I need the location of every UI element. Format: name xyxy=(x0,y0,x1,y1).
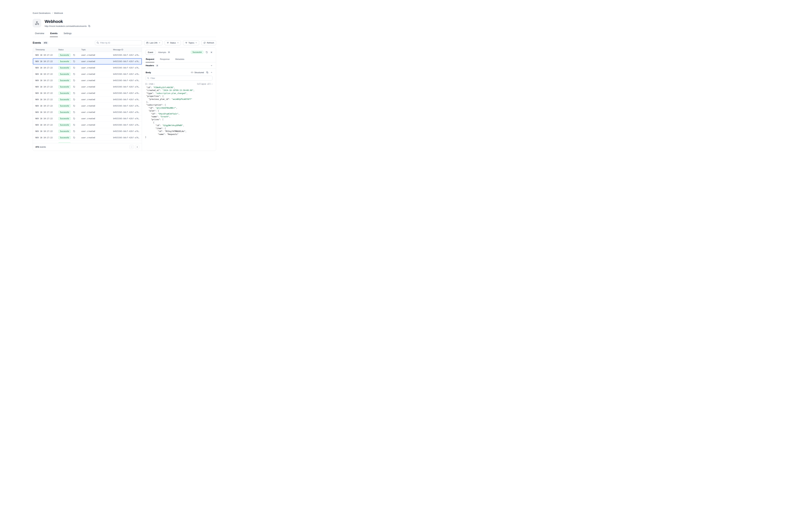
chevron-down-icon xyxy=(159,42,160,44)
json-line: "name": "Growth", xyxy=(145,115,212,118)
row-timestamp: NOV 18 10:17:22 xyxy=(35,79,58,82)
events-heading: Events xyxy=(33,41,41,44)
prev-page-button[interactable] xyxy=(129,145,134,149)
json-viewer: "id": "P2NoRtyZoTc46X3B", "created_at": … xyxy=(142,86,216,138)
row-status-badge: Successful xyxy=(58,98,71,101)
chevron-right-icon xyxy=(136,146,138,148)
subtab-metadata[interactable]: Metadata xyxy=(175,57,184,62)
table-row[interactable]: NOV 18 10:17:22 Successful user.created … xyxy=(33,96,142,103)
events-count-badge: 472 xyxy=(42,41,48,44)
refresh-icon xyxy=(204,42,206,44)
row-timestamp: NOV 18 10:17:22 xyxy=(35,67,58,69)
table-row[interactable]: NOV 18 10:17:22 Successful user.created … xyxy=(33,64,142,71)
row-message-id: b4925365-b8cf-42b7-a76… xyxy=(113,124,139,126)
retry-icon[interactable] xyxy=(73,79,75,82)
copy-url-button[interactable] xyxy=(88,25,90,27)
row-topic: user.created xyxy=(81,117,113,120)
row-message-id: b4925365-b8cf-42b7-a76… xyxy=(113,111,139,113)
headers-section-toggle[interactable]: Headers 3 xyxy=(142,62,216,69)
row-topic: user.created xyxy=(81,98,113,101)
column-message-id: Message ID xyxy=(113,49,139,51)
table-row[interactable]: NOV 18 10:17:22 Successful user.created … xyxy=(33,77,142,84)
row-topic: user.created xyxy=(81,67,113,69)
retry-icon[interactable] xyxy=(73,124,75,126)
retry-icon[interactable] xyxy=(73,111,75,113)
row-topic: user.created xyxy=(81,60,113,62)
next-page-button[interactable] xyxy=(135,145,139,149)
body-filter-input[interactable] xyxy=(146,76,212,80)
event-tab-button[interactable]: Event xyxy=(146,50,155,55)
tab-overview[interactable]: Overview xyxy=(35,31,44,37)
retry-icon[interactable] xyxy=(73,54,75,56)
tab-settings[interactable]: Settings xyxy=(63,31,72,37)
breadcrumb-event-destinations[interactable]: Event Destinations xyxy=(33,12,51,14)
tab-events[interactable]: Events xyxy=(50,31,58,37)
table-row[interactable]: NOV 18 10:17:22 Successful user.created … xyxy=(33,109,142,115)
row-topic: user.created xyxy=(81,124,113,126)
close-panel-button[interactable] xyxy=(210,51,212,53)
row-message-id: b4925365-b8cf-42b7-a76… xyxy=(113,117,139,120)
retry-icon[interactable] xyxy=(73,67,75,69)
table-row[interactable]: NOV 18 10:17:22 Successful user.created … xyxy=(33,90,142,96)
table-row[interactable]: NOV 18 10:17:22 Successful user.created … xyxy=(33,103,142,109)
retry-icon[interactable] xyxy=(73,98,75,101)
table-row[interactable]: NOV 18 10:17:22 Successful user.created … xyxy=(33,84,142,90)
row-message-id: b4925365-b8cf-42b7-a76… xyxy=(113,92,139,94)
filter-by-id-input[interactable] xyxy=(95,40,142,45)
json-items-toggle[interactable]: {1 item ↑ xyxy=(145,83,155,85)
refresh-button[interactable]: Refresh xyxy=(201,40,216,45)
structured-view-toggle[interactable]: Structured xyxy=(191,71,204,74)
collapse-body-button[interactable] xyxy=(211,72,212,73)
attempts-count-badge: 3 xyxy=(167,51,171,53)
retry-icon[interactable] xyxy=(73,60,75,62)
detail-top-bar: Event Attempts 3 Successful xyxy=(142,48,216,57)
table-header: Timestamp Status Topic Message ID xyxy=(33,48,142,52)
row-topic: user.created xyxy=(81,130,113,132)
row-timestamp: NOV 18 10:17:22 xyxy=(35,92,58,94)
retry-event-button[interactable] xyxy=(206,51,208,54)
collapse-all-button[interactable]: Collapse all ↑ xyxy=(197,83,212,85)
retry-icon[interactable] xyxy=(73,117,75,120)
retry-icon[interactable] xyxy=(73,92,75,94)
json-line: }, xyxy=(145,101,212,103)
table-row[interactable]: NOV 18 10:17:22 Successful user.created … xyxy=(33,71,142,77)
attempts-tab-button[interactable]: Attempts 3 xyxy=(158,51,171,54)
row-timestamp: NOV 18 10:17:22 xyxy=(35,111,58,113)
retry-icon[interactable] xyxy=(73,105,75,107)
row-status-badge: Successful xyxy=(58,136,71,139)
table-row[interactable]: NOV 18 10:17:22 Successful user.created … xyxy=(33,122,142,128)
subtab-request[interactable]: Request xyxy=(146,57,154,62)
json-line: "created_at": "2024-10-10T09:15:50+00:00… xyxy=(145,89,212,92)
time-range-button[interactable]: Last 24h xyxy=(144,40,163,45)
json-line: "plan": { xyxy=(145,109,212,112)
events-toolbar: Events 472 Last 24h Status xyxy=(33,40,216,45)
row-topic: user.created xyxy=(81,79,113,82)
row-timestamp: NOV 18 10:17:22 xyxy=(35,117,58,120)
subtab-response[interactable]: Response xyxy=(160,57,170,62)
detail-subtabs: Request Response Metadata xyxy=(142,57,216,62)
row-topic: user.created xyxy=(81,105,113,107)
table-row[interactable]: NOV 18 10:17:22 Successful user.created … xyxy=(33,134,142,141)
topics-filter-button[interactable]: Topics xyxy=(183,40,199,45)
retry-icon[interactable] xyxy=(73,136,75,139)
row-timestamp: NOV 18 10:17:22 xyxy=(35,54,58,56)
row-topic: user.created xyxy=(81,86,113,88)
breadcrumb-webhook[interactable]: Webhook xyxy=(54,12,63,14)
table-row[interactable]: NOV 18 10:17:22 Successful user.created … xyxy=(33,58,142,64)
retry-icon[interactable] xyxy=(73,86,75,88)
row-message-id: b4925365-b8cf-42b7-a76… xyxy=(113,60,139,62)
table-row[interactable]: NOV 18 10:17:22 Successful user.created … xyxy=(33,115,142,122)
retry-icon[interactable] xyxy=(73,73,75,75)
status-filter-button[interactable]: Status xyxy=(165,40,181,45)
row-topic: user.created xyxy=(81,54,113,56)
table-row[interactable]: NOV 18 10:17:22 Successful user.created … xyxy=(33,141,142,143)
json-line: "id": "gSjvn6eQTBewNWcr", xyxy=(145,107,212,109)
copy-body-button[interactable] xyxy=(206,71,208,74)
retry-icon[interactable] xyxy=(73,130,75,132)
table-row[interactable]: NOV 18 10:17:22 Successful user.created … xyxy=(33,52,142,58)
json-line: "properties": { xyxy=(145,95,212,98)
chevron-up-icon xyxy=(211,72,212,73)
table-row[interactable]: NOV 18 10:17:22 Successful user.created … xyxy=(33,128,142,134)
footer-event-count: 472 xyxy=(35,146,39,148)
row-status-badge: Successful xyxy=(58,60,71,63)
